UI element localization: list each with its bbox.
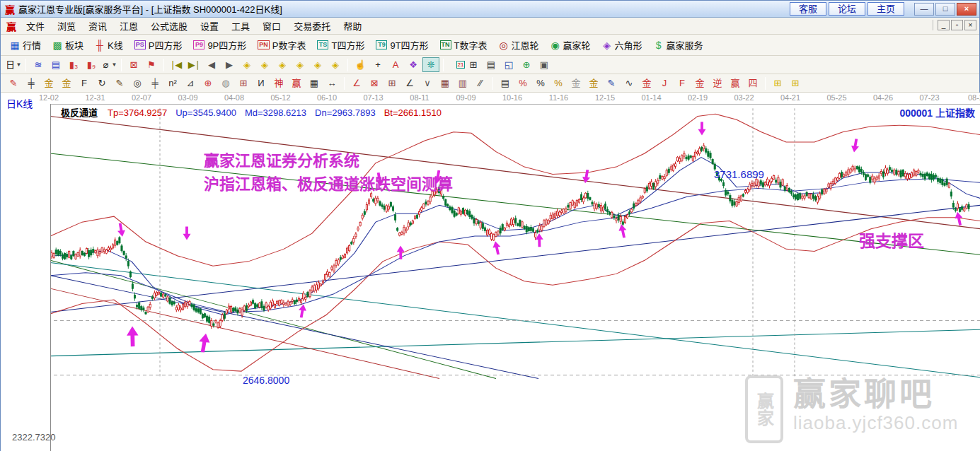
circle-cycle-icon[interactable]: ◎ bbox=[129, 76, 146, 90]
stat-table-icon[interactable]: ▤ bbox=[497, 76, 514, 90]
shift-right-icon[interactable]: ◈ bbox=[256, 57, 273, 72]
shrink-h-icon[interactable]: ◈ bbox=[292, 57, 309, 72]
drawing-kit-icon[interactable]: ❖ bbox=[405, 57, 422, 72]
menu-帮助[interactable]: 帮助 bbox=[337, 18, 368, 34]
t-number-table-button[interactable]: TNT数字表 bbox=[435, 36, 492, 54]
p-number-table-button[interactable]: PNP数字表 bbox=[253, 36, 311, 54]
bars-3-icon[interactable]: ▮₃ bbox=[65, 57, 82, 72]
customer-service-button[interactable]: 客服 bbox=[790, 2, 826, 16]
notebook-icon[interactable]: ▤ bbox=[483, 57, 500, 72]
bars-9-icon[interactable]: ▮₉ bbox=[83, 57, 100, 72]
quotes-button[interactable]: ▦行情 bbox=[5, 36, 46, 54]
golden-comb-1-icon[interactable]: 金 bbox=[40, 76, 57, 90]
shen-tool-icon[interactable]: 神 bbox=[270, 76, 287, 90]
export-icon[interactable]: ⊕ bbox=[518, 57, 535, 72]
f-angle-icon[interactable]: F bbox=[674, 76, 691, 90]
golden-red-icon[interactable]: 金 bbox=[638, 76, 655, 90]
mark-tool-icon[interactable]: A bbox=[387, 57, 404, 72]
info-note-icon[interactable]: ▤ bbox=[47, 57, 64, 72]
minimize-button[interactable]: — bbox=[914, 3, 934, 16]
wave-overlay-icon[interactable]: ≋ bbox=[30, 57, 47, 72]
span-measure-icon[interactable]: ↔ bbox=[323, 76, 340, 90]
winner-wheel-button[interactable]: ◉赢家轮 bbox=[546, 36, 596, 54]
kline-button[interactable]: ╫K线 bbox=[90, 36, 128, 54]
calculator-icon[interactable]: ⊞ bbox=[465, 57, 482, 72]
ni-angle-icon[interactable]: 逆 bbox=[709, 76, 726, 90]
gann-fan-icon[interactable]: ∠ bbox=[348, 76, 365, 90]
menu-浏览[interactable]: 浏览 bbox=[51, 18, 82, 34]
symbol-label[interactable]: 000001 上证指数 bbox=[899, 105, 975, 119]
t-square-button[interactable]: TST四方形 bbox=[312, 36, 369, 54]
crosshair-tool-icon[interactable]: + bbox=[369, 57, 386, 72]
time-comb-icon[interactable]: ╪ bbox=[146, 76, 163, 90]
shift-left-icon[interactable]: ◈ bbox=[238, 57, 255, 72]
candle-width-icon[interactable]: ⌀▼ bbox=[100, 57, 117, 72]
forum-button[interactable]: 论坛 bbox=[829, 2, 865, 16]
gann-box-fan-icon[interactable]: ⊠ bbox=[366, 76, 383, 90]
ying-angle-icon[interactable]: 赢 bbox=[727, 76, 744, 90]
golden-comb-2-icon[interactable]: 金 bbox=[58, 76, 75, 90]
pencil-red-icon[interactable]: ✎ bbox=[5, 76, 22, 90]
wave-count-icon[interactable]: И bbox=[253, 76, 270, 90]
gann-box-red-icon[interactable]: ⊠ bbox=[125, 57, 142, 72]
menu-文件[interactable]: 文件 bbox=[20, 18, 51, 34]
si-angle-icon[interactable]: 四 bbox=[744, 76, 761, 90]
grid-gold-1-icon[interactable]: ⊞ bbox=[769, 76, 786, 90]
grid-dark-1-icon[interactable]: ▦ bbox=[437, 76, 454, 90]
percent-red-icon[interactable]: % bbox=[514, 76, 531, 90]
color-flag-icon[interactable]: ⚑ bbox=[143, 57, 160, 72]
gann-wheel-button[interactable]: ◎江恩轮 bbox=[494, 36, 544, 54]
step-next-icon[interactable]: ▶ bbox=[221, 57, 238, 72]
sectors-button[interactable]: ▩板块 bbox=[47, 36, 88, 54]
pencil-black-icon[interactable]: ✎ bbox=[111, 76, 128, 90]
percent-line-icon[interactable]: % bbox=[550, 76, 567, 90]
grid-dark-2-icon[interactable]: ▥ bbox=[454, 76, 471, 90]
n-squared-icon[interactable]: n² bbox=[164, 76, 181, 90]
menu-设置[interactable]: 设置 bbox=[194, 18, 225, 34]
restore-button[interactable]: □ bbox=[935, 3, 955, 16]
p-square-button[interactable]: PSP四方形 bbox=[129, 36, 188, 54]
compress-all-icon[interactable]: ◈ bbox=[327, 57, 344, 72]
p9-square-button[interactable]: P99P四方形 bbox=[188, 36, 251, 54]
goto-first-icon[interactable]: ∣◀ bbox=[168, 57, 185, 72]
menu-公式选股[interactable]: 公式选股 bbox=[144, 18, 194, 34]
menu-窗口[interactable]: 窗口 bbox=[256, 18, 287, 34]
ying-tool-icon[interactable]: 赢 bbox=[288, 76, 305, 90]
child-minimize-button[interactable]: _ bbox=[938, 20, 950, 30]
smart-analysis-icon[interactable]: ❊ bbox=[422, 57, 439, 72]
gann-target-icon[interactable]: ⊕ bbox=[200, 76, 217, 90]
percent-black-icon[interactable]: % bbox=[532, 76, 549, 90]
j-angle-icon[interactable]: J bbox=[656, 76, 673, 90]
t9-square-button[interactable]: T99T四方形 bbox=[371, 36, 433, 54]
menu-江恩[interactable]: 江恩 bbox=[113, 18, 144, 34]
winner-service-button[interactable]: $赢家服务 bbox=[649, 36, 708, 54]
gann-box-grid-icon[interactable]: ⊞ bbox=[384, 76, 400, 90]
child-restore-button[interactable]: ▫ bbox=[951, 20, 963, 30]
period-label[interactable]: 日K线 bbox=[6, 96, 33, 110]
goto-last-icon[interactable]: ▶∣ bbox=[185, 57, 202, 72]
golden-lines-icon[interactable]: 金 bbox=[585, 76, 602, 90]
save-icon[interactable]: ◱ bbox=[500, 57, 517, 72]
golden-ring-icon[interactable]: 金 bbox=[567, 76, 584, 90]
angle-mark-icon[interactable]: ⊿ bbox=[182, 76, 199, 90]
grid-gold-2-icon[interactable]: ⊞ bbox=[787, 76, 804, 90]
v-lines-icon[interactable]: ∨ bbox=[419, 76, 436, 90]
chart-area[interactable]: 12-0212-3102-0703-0904-0805-1206-1007-13… bbox=[1, 93, 980, 451]
hexagon-button[interactable]: ◈六角形 bbox=[597, 36, 647, 54]
close-button[interactable]: × bbox=[957, 3, 976, 16]
time-price-grid-icon[interactable]: ▦ bbox=[306, 76, 323, 90]
menu-交易委托[interactable]: 交易委托 bbox=[287, 18, 337, 34]
stretch-h-icon[interactable]: ◈ bbox=[274, 57, 291, 72]
calendar-21-icon[interactable]: 21 bbox=[447, 57, 464, 72]
remote-pc-icon[interactable]: ▣ bbox=[536, 57, 553, 72]
fibonacci-comb-icon[interactable]: F bbox=[76, 76, 93, 90]
wave-line-icon[interactable]: ∿ bbox=[621, 76, 638, 90]
step-prev-icon[interactable]: ◀ bbox=[203, 57, 220, 72]
candle-period-icon[interactable]: 日▼ bbox=[5, 57, 22, 72]
angle-lines-icon[interactable]: ∠ bbox=[401, 76, 418, 90]
nine-cycle-icon[interactable]: ↻ bbox=[93, 76, 110, 90]
web-grid-icon[interactable]: ⊞ bbox=[235, 76, 252, 90]
candle-pencil-icon[interactable]: ✎ bbox=[603, 76, 620, 90]
child-close-button[interactable]: × bbox=[964, 20, 976, 30]
menu-资讯[interactable]: 资讯 bbox=[82, 18, 113, 34]
